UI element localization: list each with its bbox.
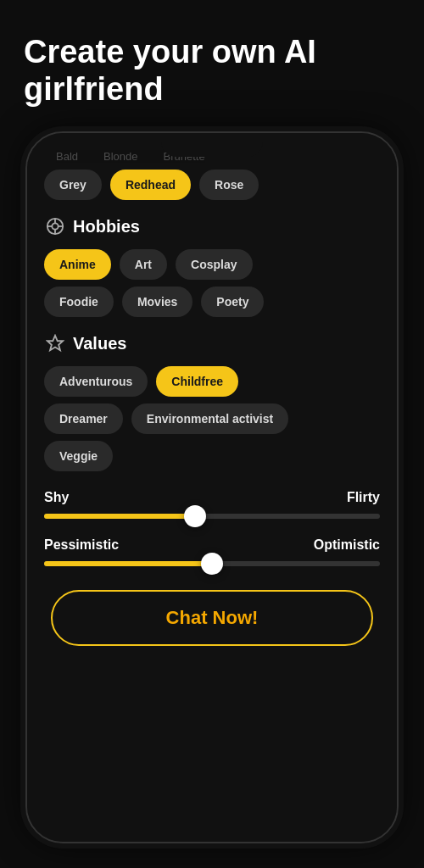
tag-anime[interactable]: Anime bbox=[44, 249, 111, 280]
hobbies-title: Hobbies bbox=[73, 217, 140, 236]
hobbies-header: Hobbies bbox=[44, 215, 380, 237]
tag-movies[interactable]: Movies bbox=[122, 287, 192, 317]
svg-point-1 bbox=[52, 223, 58, 229]
optimistic-label: Optimistic bbox=[314, 537, 380, 553]
shy-flirty-section: Shy Flirty bbox=[44, 490, 380, 519]
tag-environmental-activist[interactable]: Environmental activist bbox=[131, 403, 288, 434]
hair-faded-blonde: Blonde bbox=[103, 150, 137, 163]
page-title: Create your own AI girlfriend bbox=[24, 34, 400, 108]
hair-tags-row: Grey Redhead Rose bbox=[44, 170, 380, 200]
pessimistic-optimistic-track[interactable] bbox=[44, 561, 380, 566]
values-tags-row-3: Veggie bbox=[44, 441, 380, 471]
values-icon bbox=[44, 332, 66, 354]
flirty-label: Flirty bbox=[347, 490, 380, 505]
pessimistic-optimistic-thumb[interactable] bbox=[201, 553, 223, 575]
tag-rose[interactable]: Rose bbox=[199, 170, 259, 200]
pessimistic-label: Pessimistic bbox=[44, 537, 119, 553]
values-tags-row-1: Adventurous Childfree bbox=[44, 366, 380, 397]
tag-dreamer[interactable]: Dreamer bbox=[44, 403, 123, 434]
values-tags-row-2: Dreamer Environmental activist bbox=[44, 403, 380, 434]
shy-flirty-thumb[interactable] bbox=[184, 505, 206, 527]
svg-marker-6 bbox=[47, 336, 63, 350]
tag-art[interactable]: Art bbox=[120, 249, 167, 280]
hobbies-tags-row: Anime Art Cosplay bbox=[44, 249, 380, 280]
tag-poety[interactable]: Poety bbox=[201, 287, 264, 317]
pessimistic-optimistic-labels: Pessimistic Optimistic bbox=[44, 537, 380, 553]
tag-cosplay[interactable]: Cosplay bbox=[176, 249, 252, 280]
values-header: Values bbox=[44, 332, 380, 354]
hobbies-tags-row-2: Foodie Movies Poety bbox=[44, 287, 380, 317]
page-background: Create your own AI girlfriend Bald Blond… bbox=[0, 0, 424, 868]
phone-screen: Bald Blonde Brunette Grey Redhead Rose bbox=[27, 133, 397, 842]
tag-childfree[interactable]: Childfree bbox=[156, 366, 238, 397]
tag-redhead[interactable]: Redhead bbox=[110, 170, 191, 200]
phone-notch bbox=[161, 133, 263, 157]
chat-button-container: Chat Now! bbox=[44, 590, 380, 646]
shy-label: Shy bbox=[44, 490, 69, 505]
tag-grey[interactable]: Grey bbox=[44, 170, 102, 200]
values-title: Values bbox=[73, 334, 126, 353]
phone-frame: Bald Blonde Brunette Grey Redhead Rose bbox=[25, 131, 399, 843]
tag-foodie[interactable]: Foodie bbox=[44, 287, 114, 317]
hair-faded-bald: Bald bbox=[56, 150, 78, 163]
shy-flirty-track[interactable] bbox=[44, 514, 380, 519]
shy-flirty-labels: Shy Flirty bbox=[44, 490, 380, 505]
screen-content: Bald Blonde Brunette Grey Redhead Rose bbox=[27, 133, 397, 842]
pessimistic-optimistic-section: Pessimistic Optimistic bbox=[44, 537, 380, 566]
hobbies-icon bbox=[44, 215, 66, 237]
page-header: Create your own AI girlfriend bbox=[0, 0, 424, 125]
pessimistic-optimistic-fill bbox=[44, 561, 212, 566]
tag-veggie[interactable]: Veggie bbox=[44, 441, 113, 471]
tag-adventurous[interactable]: Adventurous bbox=[44, 366, 148, 397]
shy-flirty-fill bbox=[44, 514, 195, 519]
chat-now-button[interactable]: Chat Now! bbox=[51, 590, 373, 646]
